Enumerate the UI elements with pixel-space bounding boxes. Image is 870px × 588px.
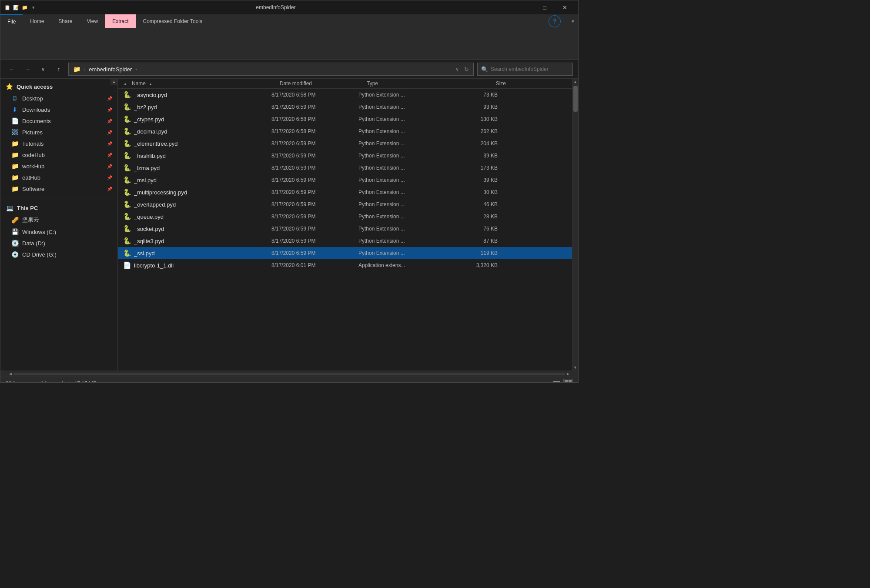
maximize-button[interactable]: □	[535, 0, 555, 14]
file-name-cell: _ctypes.pyd	[134, 116, 271, 123]
table-row[interactable]: 🐍 _socket.pyd 8/17/2020 6:59 PM Python E…	[118, 223, 572, 235]
table-row[interactable]: 🐍 _decimal.pyd 8/17/2020 6:58 PM Python …	[118, 125, 572, 137]
table-row[interactable]: 🐍 _bz2.pyd 8/17/2020 6:59 PM Python Exte…	[118, 101, 572, 113]
close-button[interactable]: ✕	[555, 0, 575, 14]
file-date: 8/17/2020 6:59 PM	[271, 104, 358, 110]
sidebar-item-windows-c[interactable]: 💾 Windows (C:)	[0, 226, 117, 237]
sidebar-item-desktop[interactable]: 🖥 Desktop 📌	[0, 93, 117, 104]
app-icon-4: ▾	[30, 4, 37, 11]
workhub-icon: 📁	[11, 163, 19, 170]
table-row[interactable]: 🐍 _hashlib.pyd 8/17/2020 6:59 PM Python …	[118, 150, 572, 162]
sidebar-item-codehub-label: codeHub	[22, 152, 45, 158]
sidebar-item-jianguoyun[interactable]: 🥜 坚果云	[0, 214, 117, 226]
hscroll-left-button[interactable]: ◄	[7, 371, 13, 376]
item-count: 30 items	[6, 381, 25, 383]
horizontal-scrollbar: ◄ ►	[0, 371, 578, 377]
table-row[interactable]: 🐍 _queue.pyd 8/17/2020 6:59 PM Python Ex…	[118, 210, 572, 223]
search-input[interactable]	[491, 66, 569, 72]
file-name-cell: _bz2.pyd	[134, 104, 271, 110]
file-type-icon: 🐍	[123, 176, 131, 184]
tab-share[interactable]: Share	[51, 14, 80, 28]
sidebar-item-pictures[interactable]: 🖼 Pictures 📌	[0, 127, 117, 138]
help-button[interactable]: ?	[549, 15, 561, 27]
forward-button[interactable]: →	[21, 63, 33, 75]
table-row[interactable]: 🐍 _sqlite3.pyd 8/17/2020 6:59 PM Python …	[118, 235, 572, 247]
sidebar-item-codehub[interactable]: 📁 codeHub 📌	[0, 149, 117, 160]
file-name: _asyncio.pyd	[134, 92, 167, 98]
vscroll-track[interactable]	[572, 85, 578, 364]
file-name: _sqlite3.pyd	[134, 238, 164, 244]
windows-c-icon: 💾	[11, 228, 19, 235]
vscroll-down-button[interactable]: ▼	[572, 364, 578, 371]
address-dropdown-button[interactable]: ∨	[455, 67, 459, 72]
quick-access-header[interactable]: ⭐ Quick access	[0, 80, 117, 93]
tab-home[interactable]: Home	[23, 14, 51, 28]
search-box[interactable]: 🔍	[477, 63, 573, 76]
file-list[interactable]: ▲ Name ▲ Date modified Type Size 🐍 _asyn	[118, 79, 572, 371]
sidebar-item-desktop-label: Desktop	[22, 95, 43, 102]
table-row[interactable]: 🐍 _ctypes.pyd 8/17/2020 6:58 PM Python E…	[118, 113, 572, 125]
file-size: 93 KB	[445, 104, 498, 110]
sidebar-item-tutorials[interactable]: 📁 Tutorials 📌	[0, 138, 117, 149]
col-type-header[interactable]: Type	[367, 80, 454, 87]
sidebar-item-downloads[interactable]: ⬇ Downloads 📌	[0, 104, 117, 115]
software-icon: 📁	[11, 185, 19, 192]
thispc-header[interactable]: 💻 This PC	[0, 202, 117, 214]
table-row[interactable]: 🐍 _overlapped.pyd 8/17/2020 6:59 PM Pyth…	[118, 198, 572, 210]
file-size: 130 KB	[445, 116, 498, 122]
hscroll-track[interactable]	[13, 373, 565, 375]
col-size-header[interactable]: Size	[454, 80, 506, 87]
tab-file[interactable]: File	[0, 14, 23, 28]
file-size: 46 KB	[445, 201, 498, 207]
jianguoyun-icon: 🥜	[11, 217, 19, 224]
file-date: 8/17/2020 6:59 PM	[271, 226, 358, 232]
sidebar-scroll-up[interactable]: ▲	[110, 79, 117, 85]
sidebar-item-documents[interactable]: 📄 Documents 📌	[0, 115, 117, 127]
file-date: 8/17/2020 6:58 PM	[271, 116, 358, 122]
table-row[interactable]: 🐍 _ssl.pyd 8/17/2020 6:59 PM Python Exte…	[118, 247, 572, 259]
sidebar-item-documents-label: Documents	[22, 118, 51, 124]
sidebar-item-workhub[interactable]: 📁 workHub 📌	[0, 160, 117, 172]
table-row[interactable]: 🐍 _asyncio.pyd 8/17/2020 6:58 PM Python …	[118, 89, 572, 101]
file-name-cell: _overlapped.pyd	[134, 201, 271, 208]
minimize-button[interactable]: —	[515, 0, 535, 14]
vscroll-up-button[interactable]: ▲	[572, 79, 578, 85]
table-row[interactable]: 🐍 _multiprocessing.pyd 8/17/2020 6:59 PM…	[118, 186, 572, 198]
tab-view[interactable]: View	[80, 14, 105, 28]
detail-view-button[interactable]	[563, 379, 573, 383]
sidebar-item-software[interactable]: 📁 Software 📌	[0, 183, 117, 194]
view-toggle-buttons	[552, 379, 573, 383]
sidebar-item-eathub-label: eatHub	[22, 174, 40, 181]
up-button[interactable]: ↑	[53, 63, 65, 75]
file-size: 76 KB	[445, 226, 498, 232]
app-icon-2: 📝	[13, 4, 20, 11]
file-type-icon: 🐍	[123, 127, 131, 135]
table-row[interactable]: 🐍 _msi.pyd 8/17/2020 6:59 PM Python Exte…	[118, 174, 572, 186]
vscroll-thumb[interactable]	[573, 86, 578, 112]
recent-locations-button[interactable]: ∨	[37, 63, 49, 75]
col-date-header[interactable]: Date modified	[280, 80, 367, 87]
address-input[interactable]: 📁 › embedInfoSpider › ∨ ↻	[68, 63, 474, 76]
hscroll-right-button[interactable]: ►	[565, 371, 571, 376]
table-row[interactable]: 🐍 _lzma.pyd 8/17/2020 6:59 PM Python Ext…	[118, 162, 572, 174]
sidebar-item-tutorials-label: Tutorials	[22, 140, 44, 147]
expand-ribbon-button[interactable]: ▾	[568, 16, 578, 27]
file-name: _msi.pyd	[134, 177, 157, 184]
back-button[interactable]: ←	[6, 63, 18, 75]
sidebar-item-data-d[interactable]: 💽 Data (D:)	[0, 237, 117, 249]
address-refresh-button[interactable]: ↻	[464, 66, 469, 73]
sidebar-item-cd-g[interactable]: 💿 CD Drive (G:)	[0, 249, 117, 260]
tab-extract[interactable]: Extract	[105, 14, 136, 28]
table-row[interactable]: 🐍 _elementtree.pyd 8/17/2020 6:59 PM Pyt…	[118, 137, 572, 150]
table-row[interactable]: 📄 libcrypto-1_1.dll 8/17/2020 6:01 PM Ap…	[118, 259, 572, 271]
list-view-button[interactable]	[552, 379, 562, 383]
title-bar-icons: 📋 📝 📁 ▾	[4, 4, 37, 11]
tab-compressed-folder-tools[interactable]: Compressed Folder Tools	[136, 14, 210, 28]
file-type-icon: 🐍	[123, 213, 131, 220]
col-name-header[interactable]: Name ▲	[132, 80, 280, 87]
address-path-text: embedInfoSpider	[89, 66, 132, 73]
header-scroll-up[interactable]: ▲	[123, 81, 130, 86]
software-pin-icon: 📌	[107, 187, 112, 191]
downloads-icon: ⬇	[11, 106, 19, 113]
sidebar-item-eathub[interactable]: 📁 eatHub 📌	[0, 172, 117, 183]
